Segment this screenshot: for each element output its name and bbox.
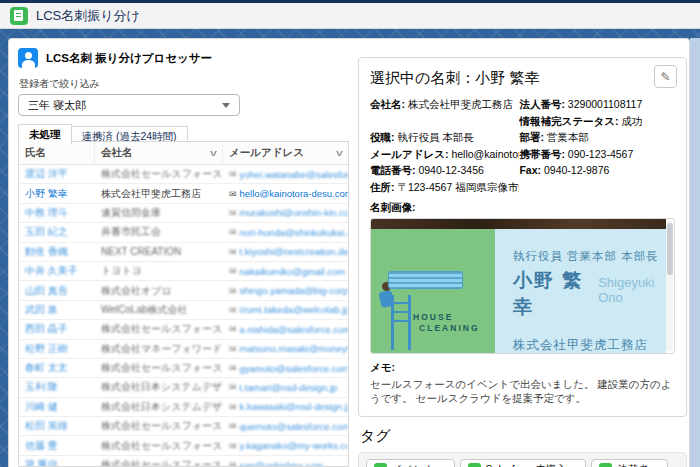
email-link[interactable]: san@oshishiro.com	[240, 460, 324, 467]
chevron-down-icon	[222, 103, 230, 108]
envelope-icon: ✉	[229, 363, 237, 373]
company-cell: 株式会社オプロ	[95, 284, 223, 298]
contact-name-link[interactable]: 松野 正樹	[25, 343, 68, 354]
card-name: 小野 繁幸	[513, 268, 586, 320]
email-link[interactable]: t.kiyoshi@nextcreation.design	[240, 246, 348, 257]
contact-name-link[interactable]: 武田 泉	[25, 304, 58, 315]
email-cell: ✉t.tamari@nsd-design.jp	[223, 382, 348, 393]
table-row[interactable]: 玉利 隆株式会社日本システムデザイン✉t.tamari@nsd-design.j…	[19, 378, 348, 397]
email-link[interactable]: quemoto@salesforce.com	[240, 421, 348, 432]
envelope-icon: ✉	[229, 324, 237, 334]
contact-name-cell: 山田 真吾	[19, 284, 95, 298]
card-role: 執行役員 営業本部 本部長	[513, 249, 666, 264]
table-row[interactable]: 中井 久美子トヨトヨ✉nakaikumiko@gmail.com	[19, 262, 348, 281]
email-link[interactable]: a.nishida@salesforce.com	[240, 324, 348, 335]
contact-name-link[interactable]: 勅使 香織	[25, 246, 68, 257]
email-link[interactable]: nakaikumiko@gmail.com	[240, 266, 346, 277]
column-label: 氏名	[25, 146, 46, 160]
contact-name-cell: 武田 泉	[19, 303, 95, 317]
company-cell: 株式会社甲斐虎工務店	[95, 187, 223, 201]
table-row[interactable]: 武田 泉WelCoLab株式会社✉izumi.takeda@welcolab.j…	[19, 301, 348, 320]
tag-pill: 決裁者×	[591, 459, 668, 467]
detail-field: 電話番号: 0940-12-3456	[370, 162, 519, 179]
page-scrollbar-track[interactable]	[690, 38, 700, 467]
main-content-card: LCS名刺 振り分けプロセッサー 登録者で絞り込み 三年 寝太郎 未処理連携済 …	[8, 38, 690, 467]
email-link[interactable]: matsuno.masaki@moneyforward.co	[240, 343, 348, 354]
detail-field: 法人番号: 3290001108117	[519, 96, 675, 113]
table-row[interactable]: 春町 太太株式会社セールスフォース・ジャパン✉gyamoto@salesforc…	[19, 359, 348, 378]
memo-label: メモ:	[370, 361, 675, 375]
envelope-icon: ✉	[229, 305, 237, 315]
contact-name-link[interactable]: 松田 英雄	[25, 420, 68, 431]
envelope-icon: ✉	[229, 460, 237, 467]
contact-name-cell: 小野 繁幸	[19, 187, 95, 201]
detail-field: 情報補完ステータス: 成功	[519, 113, 675, 130]
table-row[interactable]: 勅使 香織NEXT CREATION✉t.kiyoshi@nextcreatio…	[19, 243, 348, 262]
contact-name-link[interactable]: 西田 晶子	[25, 323, 68, 334]
edit-button[interactable]: ✎	[654, 65, 677, 88]
email-link[interactable]: hello@kainotora-desu.com	[240, 188, 348, 199]
company-cell: 株式会社日本システムデザイン	[95, 380, 223, 394]
envelope-icon: ✉	[229, 421, 237, 431]
email-cell: ✉nori-honda@shinkokukai.ne.jp	[223, 227, 348, 238]
email-link[interactable]: k.kawasaki@nsd-design.jp	[240, 401, 348, 412]
email-cell: ✉k.kawasaki@nsd-design.jp	[223, 401, 348, 412]
registrant-filter-select[interactable]: 三年 寝太郎	[18, 94, 240, 116]
envelope-icon: ✉	[229, 382, 237, 392]
email-link[interactable]: izumi.takeda@welcolab.jp	[240, 304, 348, 315]
email-link[interactable]: shingo.yamada@big-corp.net	[240, 285, 348, 296]
contact-name-link[interactable]: 渡辺 洋平	[25, 168, 68, 179]
contact-name-link[interactable]: 玉利 隆	[25, 381, 58, 392]
card-name-romaji: Shigeyuki Ono	[598, 275, 666, 305]
email-cell: ✉murakoshi@onshin-kin.com	[223, 207, 348, 218]
table-row[interactable]: 松野 正樹株式会社マネーフォワード✉matsuno.masaki@moneyfo…	[19, 340, 348, 359]
tab-unprocessed[interactable]: 未処理	[18, 124, 72, 144]
company-cell: 株式会社日本システムデザイン	[95, 400, 223, 414]
table-row[interactable]: 中務 理斗遠賀信用金庫✉murakoshi@onshin-kin.com	[19, 204, 348, 223]
contact-name-link[interactable]: 小野 繁幸	[25, 188, 68, 199]
company-cell: NEXT CREATION	[95, 246, 223, 257]
contact-name-link[interactable]: 川崎 健	[25, 401, 58, 412]
contact-name-link[interactable]: 佐藤 豊	[25, 440, 58, 451]
company-cell: 株式会社セールスフォース・ジャパン	[95, 322, 223, 336]
ladder-illustration	[391, 295, 411, 350]
email-link[interactable]: gyamoto@salesforce.com	[240, 363, 348, 374]
email-link[interactable]: t.tamari@nsd-design.jp	[240, 382, 338, 393]
tag-icon	[374, 463, 387, 467]
contact-name-link[interactable]: 中務 理斗	[25, 207, 68, 218]
contact-name-link[interactable]: 春町 太太	[25, 362, 68, 373]
chevron-down-icon[interactable]: v	[210, 148, 217, 158]
table-row[interactable]: 川崎 健株式会社日本システムデザイン✉k.kawasaki@nsd-design…	[19, 398, 348, 417]
chevron-down-icon[interactable]: v	[336, 148, 343, 158]
detail-fields: 会社名: 株式会社甲斐虎工務店役職: 執行役員 本部長メールアドレス: hell…	[370, 96, 675, 195]
detail-field: メールアドレス: hello@kainotora-desu.com	[370, 146, 519, 163]
email-link[interactable]: nori-honda@shinkokukai.ne.jp	[240, 227, 348, 238]
card-illustration-panel: House Cleaning	[371, 229, 495, 354]
table-row[interactable]: 山田 真吾株式会社オプロ✉shingo.yamada@big-corp.net	[19, 281, 348, 300]
image-scrollbar-thumb[interactable]	[667, 223, 673, 275]
contact-name-link[interactable]: 梁 重信	[25, 459, 58, 467]
app-tab-title[interactable]: LCS名刺振り分け	[36, 7, 140, 25]
company-cell: 株式会社マネーフォワード	[95, 342, 223, 356]
table-row[interactable]: 渡辺 洋平株式会社セールスフォース・ジャパン✉yohei.watanabe@sa…	[19, 165, 348, 184]
contact-name-link[interactable]: 玉田 紀之	[25, 226, 68, 237]
air-conditioner-illustration	[388, 271, 462, 290]
app-tab-bar: LCS名刺振り分け	[0, 3, 700, 29]
table-row[interactable]: 松田 英雄株式会社セールスフォース・ジャパン✉quemoto@salesforc…	[19, 417, 348, 436]
email-cell: ✉gyamoto@salesforce.com	[223, 363, 348, 374]
envelope-icon: ✉	[229, 266, 237, 276]
email-cell: ✉quemoto@salesforce.com	[223, 421, 348, 432]
email-link[interactable]: y.kaganako@my-works.co.jp	[240, 440, 348, 451]
table-row[interactable]: 玉田 紀之井番市民工会✉nori-honda@shinkokukai.ne.jp	[19, 223, 348, 242]
email-link[interactable]: murakoshi@onshin-kin.com	[240, 207, 348, 218]
envelope-icon: ✉	[229, 247, 237, 257]
email-link[interactable]: yohei.watanabe@salesforce.com	[240, 169, 348, 180]
company-cell: 株式会社セールスフォース・ジャパン	[95, 458, 223, 467]
table-header-row: 氏名会社名vメールアドレスv	[19, 142, 348, 165]
contact-name-link[interactable]: 山田 真吾	[25, 285, 68, 296]
table-row[interactable]: 小野 繁幸株式会社甲斐虎工務店✉hello@kainotora-desu.com	[19, 184, 348, 203]
table-row[interactable]: 佐藤 豊株式会社セールスフォース・ジャパン✉y.kaganako@my-work…	[19, 436, 348, 455]
table-row[interactable]: 梁 重信株式会社セールスフォース・ジャパン✉san@oshishiro.com	[19, 456, 348, 467]
table-row[interactable]: 西田 晶子株式会社セールスフォース・ジャパン✉a.nishida@salesfo…	[19, 320, 348, 339]
contact-name-link[interactable]: 中井 久美子	[25, 265, 78, 276]
